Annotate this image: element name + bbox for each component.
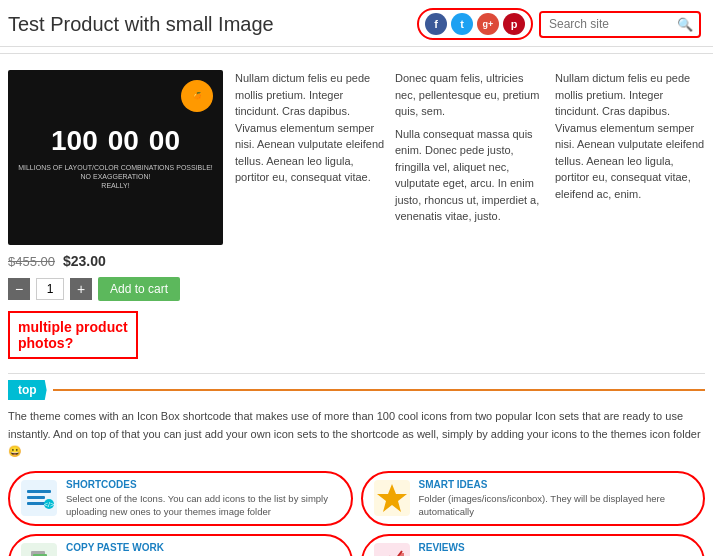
multiple-photos-text: multiple productphotos?	[18, 319, 128, 351]
shortcodes-text: SHORTCODES Select one of the Icons. You …	[66, 479, 341, 519]
top-right-controls: f t g+ p 🔍	[417, 8, 701, 40]
countdown: 100 00 00	[51, 125, 180, 157]
qty-input[interactable]	[36, 278, 64, 300]
shortcodes-svg-icon: </>	[21, 480, 57, 516]
pinterest-icon[interactable]: p	[503, 13, 525, 35]
top-bar: Test Product with small Image f t g+ p 🔍	[0, 0, 713, 47]
copy-icon-box	[20, 542, 58, 556]
price-new: $23.00	[63, 253, 106, 269]
countdown-hours: 100	[51, 125, 98, 157]
section-tag: top	[8, 380, 47, 400]
reviews-svg-icon	[374, 543, 410, 556]
icon-item-copy: COPY PASTE WORK Select one of the Icons.…	[8, 534, 353, 556]
orange-badge: 🍊	[181, 80, 213, 112]
icon-section: top The theme comes with an Icon Box sho…	[8, 380, 705, 556]
section-line	[53, 389, 705, 391]
svg-rect-2	[27, 496, 45, 499]
image-tagline: MILLIONS OF LAYOUT/COLOR COMBINATIONS PO…	[18, 163, 213, 190]
smart-title: SMART IDEAS	[419, 479, 694, 490]
page-title: Test Product with small Image	[8, 13, 274, 36]
twitter-icon[interactable]: t	[451, 13, 473, 35]
icon-description: The theme comes with an Icon Box shortco…	[8, 408, 705, 461]
smart-text: SMART IDEAS Folder (images/icons/iconbox…	[419, 479, 694, 519]
price-old: $455.00	[8, 254, 55, 269]
countdown-sec: 00	[149, 125, 180, 157]
smart-svg-icon	[374, 480, 410, 516]
shortcodes-title: SHORTCODES	[66, 479, 341, 490]
reviews-icon-box	[373, 542, 411, 556]
icon-item-shortcodes: </> SHORTCODES Select one of the Icons. …	[8, 471, 353, 527]
text-col-3-p1: Nullam dictum felis eu pede mollis preti…	[555, 70, 705, 202]
qty-decrease-button[interactable]: −	[8, 278, 30, 300]
text-col-1: Nullam dictum felis eu pede mollis preti…	[235, 70, 385, 359]
smiley-icon: 😀	[8, 445, 22, 457]
multiple-photos-box: multiple productphotos?	[8, 311, 138, 359]
text-col-3: Nullam dictum felis eu pede mollis preti…	[555, 70, 705, 359]
icon-item-smart: SMART IDEAS Folder (images/icons/iconbox…	[361, 471, 706, 527]
reviews-text: REVIEWS Folder (images/icons/iconbox). T…	[419, 542, 694, 556]
search-button[interactable]: 🔍	[671, 13, 699, 36]
reviews-title: REVIEWS	[419, 542, 694, 553]
social-icons-group: f t g+ p	[417, 8, 533, 40]
smart-icon-box	[373, 479, 411, 517]
product-image-col: 100 00 00 MILLIONS OF LAYOUT/COLOR COMBI…	[8, 70, 223, 359]
product-image: 100 00 00 MILLIONS OF LAYOUT/COLOR COMBI…	[8, 70, 223, 245]
icon-grid: </> SHORTCODES Select one of the Icons. …	[8, 471, 705, 556]
svg-text:</>: </>	[44, 501, 54, 508]
search-wrapper: 🔍	[539, 11, 701, 38]
text-col-2-p1: Donec quam felis, ultricies nec, pellent…	[395, 70, 545, 120]
price-row: $455.00 $23.00	[8, 253, 223, 269]
text-columns: Nullam dictum felis eu pede mollis preti…	[235, 70, 705, 359]
add-to-cart-button[interactable]: Add to cart	[98, 277, 180, 301]
googleplus-icon[interactable]: g+	[477, 13, 499, 35]
copy-svg-icon	[21, 543, 57, 556]
text-col-1-p1: Nullam dictum felis eu pede mollis preti…	[235, 70, 385, 186]
shortcodes-desc: Select one of the Icons. You can add ico…	[66, 492, 341, 519]
copy-title: COPY PASTE WORK	[66, 542, 341, 553]
text-col-2-p2: Nulla consequat massa quis enim. Donec p…	[395, 126, 545, 225]
copy-text: COPY PASTE WORK Select one of the Icons.…	[66, 542, 341, 556]
product-section: 100 00 00 MILLIONS OF LAYOUT/COLOR COMBI…	[8, 70, 705, 359]
search-input[interactable]	[541, 13, 671, 35]
smart-desc: Folder (images/icons/iconbox). They will…	[419, 492, 694, 519]
section-divider	[8, 373, 705, 374]
top-divider	[0, 53, 713, 54]
facebook-icon[interactable]: f	[425, 13, 447, 35]
countdown-sep1: 00	[108, 125, 139, 157]
section-header: top	[8, 380, 705, 400]
shortcodes-icon-box: </>	[20, 479, 58, 517]
svg-rect-1	[27, 490, 51, 493]
icon-item-reviews: REVIEWS Folder (images/icons/iconbox). T…	[361, 534, 706, 556]
svg-rect-14	[374, 543, 410, 556]
main-content: 100 00 00 MILLIONS OF LAYOUT/COLOR COMBI…	[0, 60, 713, 556]
qty-cart-row: − + Add to cart	[8, 277, 223, 301]
text-col-2: Donec quam felis, ultricies nec, pellent…	[395, 70, 545, 359]
qty-increase-button[interactable]: +	[70, 278, 92, 300]
